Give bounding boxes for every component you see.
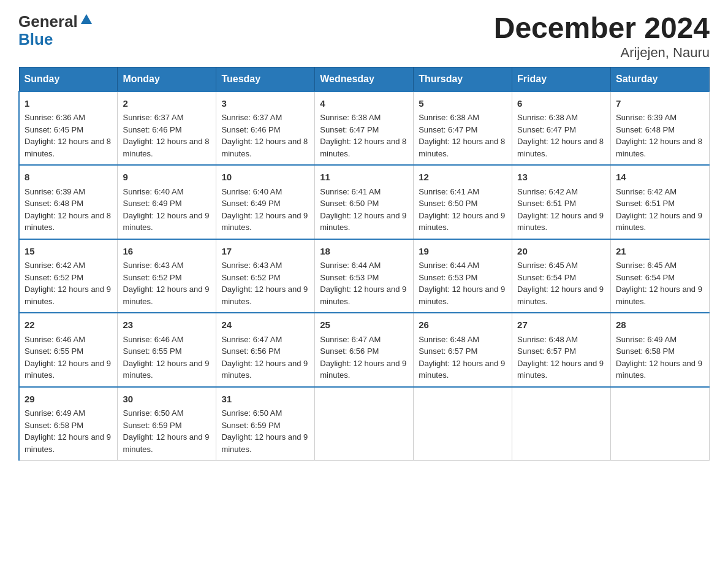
sunrise-label: Sunrise: 6:43 AM <box>221 261 282 270</box>
sunrise-label: Sunrise: 6:39 AM <box>25 187 85 196</box>
day-number: 13 <box>517 170 605 185</box>
sunset-label: Sunset: 6:46 PM <box>221 125 280 134</box>
calendar-cell: 20Sunrise: 6:45 AMSunset: 6:54 PMDayligh… <box>512 239 611 313</box>
daylight-label: Daylight: 12 hours and 9 minutes. <box>517 285 604 306</box>
sunrise-label: Sunrise: 6:47 AM <box>221 335 282 344</box>
sunset-label: Sunset: 6:50 PM <box>320 199 379 208</box>
day-number: 25 <box>320 318 408 332</box>
calendar-cell: 2Sunrise: 6:37 AMSunset: 6:46 PMDaylight… <box>118 91 216 166</box>
daylight-label: Daylight: 12 hours and 9 minutes. <box>616 211 702 232</box>
logo-text-general: General <box>18 12 78 31</box>
sunset-label: Sunset: 6:54 PM <box>616 273 675 282</box>
calendar-cell: 24Sunrise: 6:47 AMSunset: 6:56 PMDayligh… <box>216 313 315 387</box>
sunrise-label: Sunrise: 6:50 AM <box>123 408 183 418</box>
sunrise-label: Sunrise: 6:38 AM <box>320 113 381 122</box>
sunset-label: Sunset: 6:56 PM <box>221 347 280 356</box>
calendar-header-wednesday: Wednesday <box>315 67 414 91</box>
day-number: 9 <box>123 170 211 185</box>
title-area: December 2024 Arijejen, Nauru <box>494 12 710 61</box>
day-number: 26 <box>419 318 507 332</box>
logo-icon <box>80 13 93 30</box>
daylight-label: Daylight: 12 hours and 9 minutes. <box>25 359 111 380</box>
logo-text-blue: Blue <box>18 31 93 47</box>
daylight-label: Daylight: 12 hours and 8 minutes. <box>25 211 111 232</box>
calendar-cell: 14Sunrise: 6:42 AMSunset: 6:51 PMDayligh… <box>611 165 710 239</box>
calendar-cell: 9Sunrise: 6:40 AMSunset: 6:49 PMDaylight… <box>118 165 216 239</box>
sunrise-label: Sunrise: 6:49 AM <box>616 335 677 344</box>
calendar-cell: 16Sunrise: 6:43 AMSunset: 6:52 PMDayligh… <box>118 239 216 313</box>
sunset-label: Sunset: 6:51 PM <box>616 199 675 208</box>
daylight-label: Daylight: 12 hours and 8 minutes. <box>221 137 308 158</box>
header: General Blue December 2024 Arijejen, Nau… <box>18 12 710 61</box>
sunset-label: Sunset: 6:47 PM <box>419 125 477 134</box>
sunset-label: Sunset: 6:54 PM <box>517 273 576 282</box>
daylight-label: Daylight: 12 hours and 9 minutes. <box>320 359 406 380</box>
calendar-cell: 28Sunrise: 6:49 AMSunset: 6:58 PMDayligh… <box>611 313 710 387</box>
calendar-header-thursday: Thursday <box>414 67 512 91</box>
sunrise-label: Sunrise: 6:49 AM <box>25 408 85 418</box>
page-subtitle: Arijejen, Nauru <box>494 45 710 61</box>
calendar-cell: 30Sunrise: 6:50 AMSunset: 6:59 PMDayligh… <box>118 387 216 461</box>
sunrise-label: Sunrise: 6:44 AM <box>320 261 381 270</box>
sunrise-label: Sunrise: 6:42 AM <box>517 187 578 196</box>
day-number: 31 <box>221 393 309 407</box>
calendar-cell: 21Sunrise: 6:45 AMSunset: 6:54 PMDayligh… <box>611 239 710 313</box>
calendar-cell: 10Sunrise: 6:40 AMSunset: 6:49 PMDayligh… <box>216 165 315 239</box>
day-number: 16 <box>123 245 211 259</box>
daylight-label: Daylight: 12 hours and 9 minutes. <box>123 285 209 306</box>
day-number: 22 <box>25 318 112 332</box>
day-number: 2 <box>123 97 211 111</box>
day-number: 20 <box>517 245 605 259</box>
daylight-label: Daylight: 12 hours and 9 minutes. <box>517 359 604 380</box>
sunset-label: Sunset: 6:47 PM <box>320 125 379 134</box>
day-number: 18 <box>320 245 408 259</box>
logo: General Blue <box>18 12 93 47</box>
day-number: 11 <box>320 170 408 185</box>
sunset-label: Sunset: 6:49 PM <box>123 199 181 208</box>
sunrise-label: Sunrise: 6:42 AM <box>616 187 677 196</box>
sunrise-label: Sunrise: 6:37 AM <box>221 113 282 122</box>
daylight-label: Daylight: 12 hours and 9 minutes. <box>221 359 308 380</box>
day-number: 6 <box>517 97 605 111</box>
daylight-label: Daylight: 12 hours and 9 minutes. <box>320 285 406 306</box>
day-number: 29 <box>25 393 112 407</box>
daylight-label: Daylight: 12 hours and 9 minutes. <box>419 211 505 232</box>
calendar-week-3: 15Sunrise: 6:42 AMSunset: 6:52 PMDayligh… <box>19 239 710 313</box>
sunset-label: Sunset: 6:56 PM <box>320 347 379 356</box>
sunset-label: Sunset: 6:45 PM <box>25 125 83 134</box>
day-number: 4 <box>320 97 408 111</box>
calendar-cell: 6Sunrise: 6:38 AMSunset: 6:47 PMDaylight… <box>512 91 611 166</box>
calendar-header-tuesday: Tuesday <box>216 67 315 91</box>
sunrise-label: Sunrise: 6:45 AM <box>616 261 677 270</box>
calendar-cell: 8Sunrise: 6:39 AMSunset: 6:48 PMDaylight… <box>19 165 118 239</box>
sunset-label: Sunset: 6:49 PM <box>221 199 280 208</box>
sunset-label: Sunset: 6:51 PM <box>517 199 576 208</box>
daylight-label: Daylight: 12 hours and 9 minutes. <box>616 359 702 380</box>
day-number: 24 <box>221 318 309 332</box>
sunset-label: Sunset: 6:57 PM <box>517 347 576 356</box>
daylight-label: Daylight: 12 hours and 8 minutes. <box>320 137 406 158</box>
sunrise-label: Sunrise: 6:48 AM <box>517 335 578 344</box>
sunset-label: Sunset: 6:52 PM <box>25 273 83 282</box>
calendar-cell: 29Sunrise: 6:49 AMSunset: 6:58 PMDayligh… <box>19 387 118 461</box>
calendar-header-sunday: Sunday <box>19 67 118 91</box>
calendar-cell: 23Sunrise: 6:46 AMSunset: 6:55 PMDayligh… <box>118 313 216 387</box>
calendar-week-4: 22Sunrise: 6:46 AMSunset: 6:55 PMDayligh… <box>19 313 710 387</box>
sunset-label: Sunset: 6:55 PM <box>25 347 83 356</box>
daylight-label: Daylight: 12 hours and 8 minutes. <box>517 137 604 158</box>
day-number: 7 <box>616 97 704 111</box>
daylight-label: Daylight: 12 hours and 9 minutes. <box>25 432 111 454</box>
daylight-label: Daylight: 12 hours and 9 minutes. <box>419 359 505 380</box>
daylight-label: Daylight: 12 hours and 9 minutes. <box>123 211 209 232</box>
sunset-label: Sunset: 6:58 PM <box>616 347 675 356</box>
sunrise-label: Sunrise: 6:39 AM <box>616 113 677 122</box>
sunset-label: Sunset: 6:52 PM <box>221 273 280 282</box>
sunset-label: Sunset: 6:46 PM <box>123 125 181 134</box>
sunrise-label: Sunrise: 6:45 AM <box>517 261 578 270</box>
calendar-header-row: SundayMondayTuesdayWednesdayThursdayFrid… <box>19 67 710 91</box>
sunrise-label: Sunrise: 6:36 AM <box>25 113 85 122</box>
sunrise-label: Sunrise: 6:50 AM <box>221 408 282 418</box>
day-number: 8 <box>25 170 112 185</box>
sunrise-label: Sunrise: 6:38 AM <box>419 113 479 122</box>
daylight-label: Daylight: 12 hours and 9 minutes. <box>221 285 308 306</box>
